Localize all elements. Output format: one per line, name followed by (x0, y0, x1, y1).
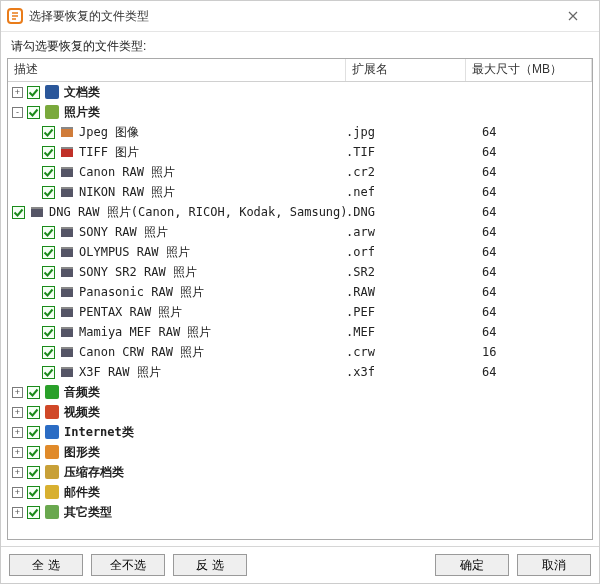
file-type-row[interactable]: X3F RAW 照片.x3f64 (8, 362, 592, 382)
extension-cell: .PEF (346, 306, 466, 318)
category-row[interactable]: -照片类 (8, 102, 592, 122)
category-row[interactable]: +文档类 (8, 82, 592, 102)
category-row[interactable]: +压缩存档类 (8, 462, 592, 482)
checkbox[interactable] (42, 186, 55, 199)
category-row[interactable]: +Internet类 (8, 422, 592, 442)
expand-toggle[interactable]: + (12, 407, 23, 418)
file-type-row[interactable]: Jpeg 图像.jpg64 (8, 122, 592, 142)
column-header-desc[interactable]: 描述 (8, 59, 346, 81)
checkbox[interactable] (42, 146, 55, 159)
checkbox[interactable] (27, 106, 40, 119)
checkbox[interactable] (42, 326, 55, 339)
expand-toggle[interactable]: + (12, 467, 23, 478)
expand-toggle[interactable]: + (12, 427, 23, 438)
file-type-label: Jpeg 图像 (79, 126, 139, 138)
checkbox[interactable] (27, 506, 40, 519)
invert-selection-button[interactable]: 反 选 (173, 554, 247, 576)
file-type-row[interactable]: SONY SR2 RAW 照片.SR264 (8, 262, 592, 282)
svg-rect-8 (61, 167, 73, 169)
category-row[interactable]: +邮件类 (8, 482, 592, 502)
cancel-button[interactable]: 取消 (517, 554, 591, 576)
svg-rect-15 (61, 248, 73, 257)
file-type-list[interactable]: 描述 扩展名 最大尺寸（MB） +文档类-照片类Jpeg 图像.jpg64TIF… (7, 58, 593, 540)
svg-rect-12 (31, 207, 43, 209)
file-type-icon (44, 484, 60, 500)
file-type-row[interactable]: Canon RAW 照片.cr264 (8, 162, 592, 182)
file-type-row[interactable]: OLYMPUS RAW 照片.orf64 (8, 242, 592, 262)
column-header-max[interactable]: 最大尺寸（MB） (466, 59, 592, 81)
ok-button[interactable]: 确定 (435, 554, 509, 576)
file-type-icon (59, 264, 75, 280)
expand-toggle[interactable]: - (12, 107, 23, 118)
category-label: Internet类 (64, 426, 134, 438)
file-type-row[interactable]: Panasonic RAW 照片.RAW64 (8, 282, 592, 302)
file-type-row[interactable]: Mamiya MEF RAW 照片.MEF64 (8, 322, 592, 342)
svg-rect-22 (61, 307, 73, 309)
file-type-row[interactable]: DNG RAW 照片(Canon, RICOH, Kodak, Samsung)… (8, 202, 592, 222)
category-row[interactable]: +视频类 (8, 402, 592, 422)
file-type-label: PENTAX RAW 照片 (79, 306, 182, 318)
svg-rect-27 (61, 368, 73, 377)
checkbox[interactable] (42, 126, 55, 139)
checkbox[interactable] (42, 286, 55, 299)
checkbox[interactable] (27, 466, 40, 479)
category-label: 文档类 (64, 86, 100, 98)
svg-rect-32 (45, 445, 59, 459)
file-type-icon (44, 464, 60, 480)
file-type-row[interactable]: SONY RAW 照片.arw64 (8, 222, 592, 242)
max-size-cell: 64 (466, 326, 592, 338)
category-row[interactable]: +音频类 (8, 382, 592, 402)
checkbox[interactable] (27, 486, 40, 499)
checkbox[interactable] (42, 346, 55, 359)
expand-toggle[interactable]: + (12, 87, 23, 98)
svg-rect-18 (61, 267, 73, 269)
svg-rect-5 (61, 148, 73, 157)
checkbox[interactable] (27, 426, 40, 439)
select-all-button[interactable]: 全 选 (9, 554, 83, 576)
checkbox[interactable] (42, 246, 55, 259)
category-row[interactable]: +图形类 (8, 442, 592, 462)
file-type-row[interactable]: NIKON RAW 照片.nef64 (8, 182, 592, 202)
file-type-label: Mamiya MEF RAW 照片 (79, 326, 211, 338)
checkbox[interactable] (42, 226, 55, 239)
file-type-icon (59, 304, 75, 320)
max-size-cell: 64 (466, 146, 592, 158)
close-button[interactable] (553, 2, 593, 30)
file-type-icon (59, 164, 75, 180)
file-type-row[interactable]: TIFF 图片.TIF64 (8, 142, 592, 162)
svg-rect-13 (61, 228, 73, 237)
file-type-row[interactable]: Canon CRW RAW 照片.crw16 (8, 342, 592, 362)
select-none-button[interactable]: 全不选 (91, 554, 165, 576)
max-size-cell: 64 (466, 246, 592, 258)
checkbox[interactable] (27, 386, 40, 399)
checkbox[interactable] (42, 306, 55, 319)
file-type-icon (44, 424, 60, 440)
extension-cell: .SR2 (346, 266, 466, 278)
category-row[interactable]: +其它类型 (8, 502, 592, 522)
file-type-icon (44, 104, 60, 120)
max-size-cell: 64 (466, 266, 592, 278)
file-type-icon (44, 444, 60, 460)
checkbox[interactable] (27, 446, 40, 459)
category-label: 视频类 (64, 406, 100, 418)
expand-toggle[interactable]: + (12, 447, 23, 458)
checkbox[interactable] (27, 406, 40, 419)
checkbox[interactable] (27, 86, 40, 99)
expand-toggle[interactable]: + (12, 487, 23, 498)
column-header-ext[interactable]: 扩展名 (346, 59, 466, 81)
dialog-window: 选择要恢复的文件类型 请勾选要恢复的文件类型: 描述 扩展名 最大尺寸（MB） … (0, 0, 600, 584)
checkbox[interactable] (42, 266, 55, 279)
checkbox[interactable] (12, 206, 25, 219)
max-size-cell: 64 (466, 366, 592, 378)
file-type-label: SONY SR2 RAW 照片 (79, 266, 197, 278)
svg-rect-17 (61, 268, 73, 277)
max-size-cell: 64 (466, 286, 592, 298)
file-type-row[interactable]: PENTAX RAW 照片.PEF64 (8, 302, 592, 322)
expand-toggle[interactable]: + (12, 387, 23, 398)
checkbox[interactable] (42, 366, 55, 379)
file-type-label: SONY RAW 照片 (79, 226, 168, 238)
checkbox[interactable] (42, 166, 55, 179)
svg-rect-11 (31, 208, 43, 217)
expand-toggle[interactable]: + (12, 507, 23, 518)
svg-rect-31 (45, 425, 59, 439)
